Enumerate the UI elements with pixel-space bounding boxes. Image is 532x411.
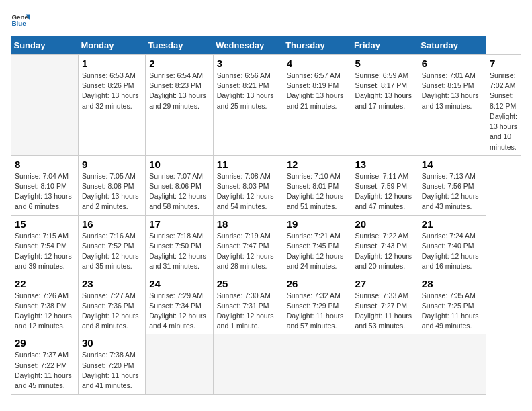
calendar-cell — [146, 334, 214, 395]
day-info: Sunrise: 7:13 AMSunset: 7:56 PMDaylight:… — [422, 171, 482, 212]
day-info: Sunrise: 7:35 AMSunset: 7:25 PMDaylight:… — [422, 291, 482, 332]
calendar-table: SundayMondayTuesdayWednesdayThursdayFrid… — [11, 36, 521, 395]
calendar-cell: 18Sunrise: 7:19 AMSunset: 7:47 PMDayligh… — [213, 215, 283, 275]
calendar-cell — [11, 55, 79, 156]
calendar-cell: 28Sunrise: 7:35 AMSunset: 7:25 PMDayligh… — [418, 275, 486, 334]
calendar-cell: 29Sunrise: 7:37 AMSunset: 7:22 PMDayligh… — [11, 334, 79, 395]
day-of-week-header: Sunday — [11, 36, 79, 55]
calendar-cell: 2Sunrise: 6:54 AMSunset: 8:23 PMDaylight… — [146, 55, 214, 156]
day-number: 15 — [15, 218, 75, 230]
day-info: Sunrise: 7:15 AMSunset: 7:54 PMDaylight:… — [15, 231, 75, 272]
calendar-cell: 23Sunrise: 7:27 AMSunset: 7:36 PMDayligh… — [78, 275, 145, 334]
day-info: Sunrise: 7:08 AMSunset: 8:03 PMDaylight:… — [217, 171, 279, 212]
svg-text:Blue: Blue — [11, 19, 26, 27]
day-info: Sunrise: 7:01 AMSunset: 8:15 PMDaylight:… — [422, 71, 482, 111]
day-number: 12 — [287, 158, 348, 170]
calendar-body: 1Sunrise: 6:53 AMSunset: 8:26 PMDaylight… — [11, 55, 521, 395]
calendar-cell: 30Sunrise: 7:38 AMSunset: 7:20 PMDayligh… — [78, 334, 145, 395]
day-of-week-header: Monday — [78, 36, 145, 55]
logo-icon: General Blue — [11, 11, 30, 30]
calendar-cell — [213, 334, 283, 395]
day-info: Sunrise: 7:16 AMSunset: 7:52 PMDaylight:… — [82, 231, 142, 272]
day-number: 2 — [149, 58, 210, 69]
calendar-week-row: 15Sunrise: 7:15 AMSunset: 7:54 PMDayligh… — [11, 215, 521, 275]
day-number: 18 — [217, 218, 279, 230]
day-info: Sunrise: 7:04 AMSunset: 8:10 PMDaylight:… — [15, 171, 75, 212]
calendar-cell: 12Sunrise: 7:10 AMSunset: 8:01 PMDayligh… — [283, 155, 351, 215]
day-of-week-header: Saturday — [418, 36, 486, 55]
calendar-cell: 3Sunrise: 6:56 AMSunset: 8:21 PMDaylight… — [213, 55, 283, 156]
day-number: 20 — [355, 218, 414, 230]
day-number: 25 — [217, 278, 279, 289]
day-info: Sunrise: 7:22 AMSunset: 7:43 PMDaylight:… — [355, 231, 414, 272]
day-number: 6 — [422, 58, 482, 69]
calendar-cell: 10Sunrise: 7:07 AMSunset: 8:06 PMDayligh… — [146, 155, 214, 215]
calendar-cell: 24Sunrise: 7:29 AMSunset: 7:34 PMDayligh… — [146, 275, 214, 334]
calendar-week-row: 8Sunrise: 7:04 AMSunset: 8:10 PMDaylight… — [11, 155, 521, 215]
day-info: Sunrise: 7:02 AMSunset: 8:12 PMDaylight:… — [490, 71, 517, 152]
header-row: SundayMondayTuesdayWednesdayThursdayFrid… — [11, 36, 521, 55]
day-number: 28 — [422, 278, 482, 289]
day-number: 26 — [287, 278, 348, 289]
calendar-cell: 17Sunrise: 7:18 AMSunset: 7:50 PMDayligh… — [146, 215, 214, 275]
day-info: Sunrise: 7:24 AMSunset: 7:40 PMDaylight:… — [422, 231, 482, 272]
day-number: 11 — [217, 158, 279, 170]
calendar-week-row: 22Sunrise: 7:26 AMSunset: 7:38 PMDayligh… — [11, 275, 521, 334]
calendar-cell: 11Sunrise: 7:08 AMSunset: 8:03 PMDayligh… — [213, 155, 283, 215]
calendar-cell: 19Sunrise: 7:21 AMSunset: 7:45 PMDayligh… — [283, 215, 351, 275]
day-number: 8 — [15, 158, 75, 170]
calendar-cell — [351, 334, 418, 395]
calendar-cell: 4Sunrise: 6:57 AMSunset: 8:19 PMDaylight… — [283, 55, 351, 156]
day-info: Sunrise: 7:30 AMSunset: 7:31 PMDaylight:… — [217, 291, 279, 332]
calendar-cell: 9Sunrise: 7:05 AMSunset: 8:08 PMDaylight… — [78, 155, 145, 215]
day-info: Sunrise: 7:26 AMSunset: 7:38 PMDaylight:… — [15, 291, 75, 332]
day-info: Sunrise: 7:38 AMSunset: 7:20 PMDaylight:… — [82, 350, 142, 391]
logo: General Blue — [11, 11, 32, 30]
day-number: 3 — [217, 58, 279, 69]
day-number: 21 — [422, 218, 482, 230]
day-info: Sunrise: 7:33 AMSunset: 7:27 PMDaylight:… — [355, 291, 414, 332]
calendar-cell: 7Sunrise: 7:02 AMSunset: 8:12 PMDaylight… — [486, 55, 521, 156]
day-number: 9 — [82, 158, 142, 170]
day-info: Sunrise: 7:29 AMSunset: 7:34 PMDaylight:… — [149, 291, 210, 332]
day-info: Sunrise: 6:59 AMSunset: 8:17 PMDaylight:… — [355, 71, 414, 111]
calendar-cell — [283, 334, 351, 395]
day-number: 4 — [287, 58, 348, 69]
day-info: Sunrise: 7:32 AMSunset: 7:29 PMDaylight:… — [287, 291, 348, 332]
page-header: General Blue — [11, 11, 521, 30]
day-number: 29 — [15, 337, 75, 349]
day-of-week-header: Thursday — [283, 36, 351, 55]
day-of-week-header: Friday — [351, 36, 418, 55]
day-info: Sunrise: 6:57 AMSunset: 8:19 PMDaylight:… — [287, 71, 348, 111]
day-info: Sunrise: 7:21 AMSunset: 7:45 PMDaylight:… — [287, 231, 348, 272]
day-info: Sunrise: 7:10 AMSunset: 8:01 PMDaylight:… — [287, 171, 348, 212]
day-number: 1 — [82, 58, 142, 69]
day-number: 30 — [82, 337, 142, 349]
calendar-cell: 6Sunrise: 7:01 AMSunset: 8:15 PMDaylight… — [418, 55, 486, 156]
calendar-cell: 26Sunrise: 7:32 AMSunset: 7:29 PMDayligh… — [283, 275, 351, 334]
calendar-cell: 16Sunrise: 7:16 AMSunset: 7:52 PMDayligh… — [78, 215, 145, 275]
day-number: 13 — [355, 158, 414, 170]
day-info: Sunrise: 7:18 AMSunset: 7:50 PMDaylight:… — [149, 231, 210, 272]
day-number: 10 — [149, 158, 210, 170]
calendar-cell: 22Sunrise: 7:26 AMSunset: 7:38 PMDayligh… — [11, 275, 79, 334]
day-info: Sunrise: 7:07 AMSunset: 8:06 PMDaylight:… — [149, 171, 210, 212]
calendar-cell: 21Sunrise: 7:24 AMSunset: 7:40 PMDayligh… — [418, 215, 486, 275]
day-number: 17 — [149, 218, 210, 230]
calendar-week-row: 29Sunrise: 7:37 AMSunset: 7:22 PMDayligh… — [11, 334, 521, 395]
day-number: 16 — [82, 218, 142, 230]
day-of-week-header: Tuesday — [146, 36, 214, 55]
day-info: Sunrise: 6:53 AMSunset: 8:26 PMDaylight:… — [82, 71, 142, 111]
calendar-cell: 15Sunrise: 7:15 AMSunset: 7:54 PMDayligh… — [11, 215, 79, 275]
day-number: 24 — [149, 278, 210, 289]
day-info: Sunrise: 7:05 AMSunset: 8:08 PMDaylight:… — [82, 171, 142, 212]
day-number: 19 — [287, 218, 348, 230]
calendar-cell: 14Sunrise: 7:13 AMSunset: 7:56 PMDayligh… — [418, 155, 486, 215]
day-number: 7 — [490, 58, 517, 69]
day-number: 14 — [422, 158, 482, 170]
calendar-week-row: 1Sunrise: 6:53 AMSunset: 8:26 PMDaylight… — [11, 55, 521, 156]
calendar-cell: 1Sunrise: 6:53 AMSunset: 8:26 PMDaylight… — [78, 55, 145, 156]
calendar-cell: 13Sunrise: 7:11 AMSunset: 7:59 PMDayligh… — [351, 155, 418, 215]
day-of-week-header: Wednesday — [213, 36, 283, 55]
day-info: Sunrise: 7:19 AMSunset: 7:47 PMDaylight:… — [217, 231, 279, 272]
